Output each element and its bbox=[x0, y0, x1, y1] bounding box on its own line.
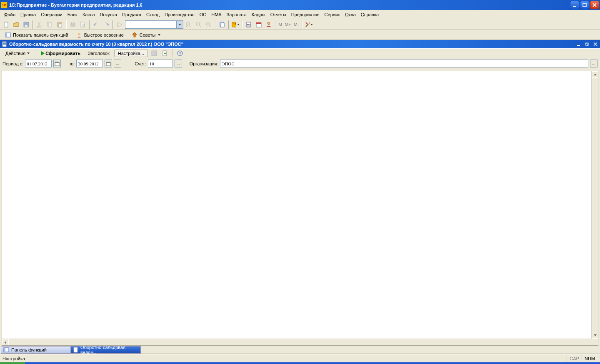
doc-minimize-button[interactable] bbox=[576, 41, 582, 47]
clipboard-icon[interactable] bbox=[218, 20, 227, 29]
cut-icon[interactable] bbox=[35, 20, 44, 29]
tab-panel-functions[interactable]: Панель функций bbox=[1, 346, 71, 354]
menu-windows[interactable]: Окна bbox=[342, 11, 358, 18]
menu-bank[interactable]: Банк bbox=[65, 11, 80, 18]
window-title: 1С:Предприятие - Бухгалтерия предприятия… bbox=[9, 2, 570, 7]
mminus-text[interactable]: M- bbox=[293, 22, 300, 27]
close-button[interactable] bbox=[590, 1, 599, 9]
save-report-icon[interactable] bbox=[150, 49, 159, 58]
search-combo[interactable] bbox=[125, 20, 183, 29]
tools-icon[interactable] bbox=[304, 20, 313, 29]
header-button[interactable]: Заголовок bbox=[85, 50, 112, 57]
open-icon[interactable] bbox=[12, 20, 21, 29]
account-choose-button[interactable]: ... bbox=[175, 60, 182, 67]
organization-choose-button[interactable]: ... bbox=[590, 60, 598, 67]
quick-start-label: Быстрое освоение bbox=[84, 32, 124, 37]
svg-rect-19 bbox=[221, 23, 224, 27]
tab-label: Панель функций bbox=[11, 347, 47, 352]
help1c-icon[interactable]: ? bbox=[231, 20, 240, 29]
actions-dropdown[interactable]: Действия bbox=[2, 50, 32, 57]
restore-settings-icon[interactable] bbox=[160, 49, 170, 58]
menu-warehouse[interactable]: Склад bbox=[144, 11, 162, 18]
period-to-label: по: bbox=[68, 61, 75, 66]
copy-icon[interactable] bbox=[45, 20, 54, 29]
help-button[interactable]: ? bbox=[175, 49, 185, 58]
period-to-input[interactable] bbox=[76, 60, 103, 67]
menu-service[interactable]: Сервис bbox=[322, 11, 343, 18]
tab-label: Оборотно-сальдовая ведом... bbox=[80, 345, 136, 355]
menu-help[interactable]: Справка bbox=[358, 11, 381, 18]
period-from-calendar-button[interactable] bbox=[53, 60, 61, 67]
document-icon bbox=[2, 41, 8, 47]
report-parameters: Период с: по: ... Счет: ... Организация:… bbox=[0, 58, 600, 69]
minimize-button[interactable] bbox=[570, 1, 579, 9]
menu-cash[interactable]: Касса bbox=[80, 11, 98, 18]
doc-close-button[interactable] bbox=[592, 41, 598, 47]
user-icon[interactable] bbox=[264, 20, 273, 29]
svg-rect-28 bbox=[256, 22, 261, 24]
separator bbox=[228, 20, 229, 29]
account-label: Счет: bbox=[135, 61, 146, 66]
account-input[interactable] bbox=[148, 60, 173, 67]
svg-rect-23 bbox=[247, 22, 250, 24]
show-panel-label: Показать панель функций bbox=[13, 32, 68, 37]
paste-icon[interactable] bbox=[55, 20, 64, 29]
doc-restore-button[interactable] bbox=[584, 41, 590, 47]
m-text[interactable]: M bbox=[278, 22, 283, 27]
menu-nma[interactable]: НМА bbox=[209, 11, 224, 18]
menu-salary[interactable]: Зарплата bbox=[224, 11, 249, 18]
tips-button[interactable]: Советы bbox=[129, 30, 162, 40]
menu-operations[interactable]: Операции bbox=[38, 11, 65, 18]
scroll-track[interactable] bbox=[9, 339, 591, 345]
save-icon[interactable] bbox=[22, 20, 31, 29]
svg-rect-26 bbox=[250, 24, 250, 25]
report-area[interactable] bbox=[2, 71, 598, 346]
find-next-icon[interactable] bbox=[194, 20, 203, 29]
find-icon[interactable] bbox=[115, 20, 124, 29]
menu-sale[interactable]: Продажа bbox=[120, 11, 144, 18]
svg-point-29 bbox=[268, 22, 270, 25]
calculator-icon[interactable] bbox=[244, 20, 253, 29]
show-panel-button[interactable]: Показать панель функций bbox=[2, 30, 70, 40]
menu-file[interactable]: Файл bbox=[2, 11, 18, 18]
scroll-track[interactable] bbox=[592, 78, 598, 332]
period-to-calendar-button[interactable] bbox=[105, 60, 112, 67]
svg-rect-45 bbox=[55, 62, 59, 63]
status-text: Настройка bbox=[2, 356, 567, 361]
quick-start-button[interactable]: Быстрое освоение bbox=[74, 30, 126, 40]
separator bbox=[302, 20, 302, 29]
menu-edit[interactable]: Правка bbox=[18, 11, 38, 18]
horizontal-scrollbar[interactable] bbox=[2, 339, 598, 345]
calendar-icon[interactable] bbox=[254, 20, 263, 29]
period-choose-button[interactable]: ... bbox=[114, 60, 121, 67]
menu-purchase[interactable]: Покупка bbox=[98, 11, 120, 18]
document-toolbar: Действия Сформировать Заголовок Настройк… bbox=[0, 48, 600, 58]
find-prev-icon[interactable] bbox=[184, 20, 193, 29]
menu-production[interactable]: Производство bbox=[162, 11, 197, 18]
play-icon bbox=[41, 51, 45, 55]
print-preview-icon[interactable] bbox=[78, 20, 88, 29]
find-all-icon[interactable] bbox=[204, 20, 213, 29]
status-num: NUM bbox=[582, 354, 598, 362]
new-document-icon[interactable] bbox=[2, 20, 11, 29]
menu-os[interactable]: ОС bbox=[197, 11, 209, 18]
svg-text:?: ? bbox=[233, 22, 236, 27]
redo-icon[interactable] bbox=[102, 20, 111, 29]
scroll-down-button[interactable] bbox=[592, 332, 598, 339]
print-icon[interactable] bbox=[68, 20, 78, 29]
settings-button[interactable]: Настройка... bbox=[114, 50, 148, 57]
generate-button[interactable]: Сформировать bbox=[38, 50, 83, 57]
period-from-input[interactable] bbox=[25, 60, 52, 67]
tab-report[interactable]: Оборотно-сальдовая ведом... bbox=[71, 346, 141, 354]
svg-rect-10 bbox=[59, 24, 62, 27]
menu-reports[interactable]: Отчеты bbox=[268, 11, 289, 18]
undo-icon[interactable] bbox=[92, 20, 101, 29]
mplus-text[interactable]: M+ bbox=[284, 22, 292, 27]
scroll-up-button[interactable] bbox=[592, 71, 598, 78]
menu-personnel[interactable]: Кадры bbox=[249, 11, 268, 18]
organization-input[interactable] bbox=[220, 60, 588, 67]
menu-enterprise[interactable]: Предприятие bbox=[289, 11, 322, 18]
maximize-button[interactable] bbox=[580, 1, 589, 9]
scroll-left-button[interactable] bbox=[2, 339, 9, 346]
vertical-scrollbar[interactable] bbox=[591, 71, 598, 339]
